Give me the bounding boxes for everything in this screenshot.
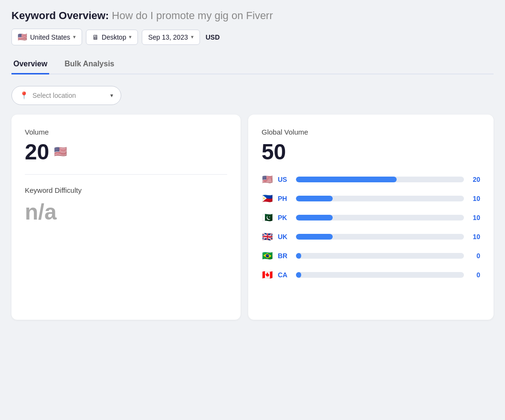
location-selector-btn[interactable]: 📍 Select location ▾ — [11, 86, 121, 105]
country-row: 🇬🇧 UK 10 — [262, 231, 480, 242]
country-flag-icon: 🇨🇦 — [262, 270, 273, 280]
card-divider — [25, 174, 227, 175]
bar-container — [296, 253, 464, 259]
chevron-down-icon: ▾ — [191, 34, 194, 40]
global-volume-value: 50 — [262, 141, 480, 163]
country-count: 10 — [469, 233, 480, 241]
location-filter-btn[interactable]: 🇺🇸 United States ▾ — [11, 29, 82, 45]
country-flag-icon: 🇵🇭 — [262, 193, 273, 204]
bar-container — [296, 234, 464, 240]
country-flag-icon: 🇬🇧 — [262, 231, 273, 242]
location-flag: 🇺🇸 — [18, 32, 27, 42]
tabs-container: Overview Bulk Analysis — [11, 55, 494, 74]
country-flag-icon: 🇺🇸 — [262, 174, 273, 185]
device-label: Desktop — [102, 33, 126, 41]
country-row: 🇺🇸 US 20 — [262, 174, 480, 185]
volume-value: 20 🇺🇸 — [25, 141, 227, 163]
date-filter-btn[interactable]: Sep 13, 2023 ▾ — [142, 30, 200, 45]
toolbar: 🇺🇸 United States ▾ 🖥 Desktop ▾ Sep 13, 2… — [11, 29, 494, 45]
tabs: Overview Bulk Analysis — [11, 55, 494, 74]
country-code: US — [278, 176, 291, 183]
country-row: 🇵🇰 PK 10 — [262, 212, 480, 223]
currency-label: USD — [204, 30, 222, 44]
bar-fill — [296, 215, 333, 220]
chevron-down-icon: ▾ — [110, 92, 113, 99]
volume-card: Volume 20 🇺🇸 Keyword Difficulty n/a — [11, 115, 241, 320]
title-light: How do I promote my gig on Fiverr — [112, 10, 273, 21]
country-code: UK — [278, 233, 291, 241]
tab-bulk-analysis[interactable]: Bulk Analysis — [63, 55, 116, 74]
global-volume-card: Global Volume 50 🇺🇸 US 20 🇵🇭 PH 10 🇵🇰 PK… — [248, 115, 494, 320]
difficulty-label: Keyword Difficulty — [25, 186, 227, 194]
country-count: 0 — [469, 252, 480, 260]
difficulty-value: n/a — [25, 199, 227, 225]
location-selector-container: 📍 Select location ▾ — [11, 86, 494, 105]
bar-container — [296, 177, 464, 182]
page-title: Keyword Overview: How do I promote my gi… — [11, 10, 494, 22]
device-filter-btn[interactable]: 🖥 Desktop ▾ — [86, 30, 138, 45]
bar-fill — [296, 196, 333, 201]
country-row: 🇧🇷 BR 0 — [262, 251, 480, 261]
global-volume-label: Global Volume — [262, 128, 480, 136]
volume-number: 20 — [25, 141, 49, 163]
country-row: 🇵🇭 PH 10 — [262, 193, 480, 204]
cards-row: Volume 20 🇺🇸 Keyword Difficulty n/a Glob… — [11, 115, 494, 320]
country-code: PK — [278, 214, 291, 221]
bar-container — [296, 272, 464, 278]
country-code: CA — [278, 271, 291, 279]
country-code: PH — [278, 195, 291, 202]
location-pin-icon: 📍 — [20, 91, 29, 100]
title-bold: Keyword Overview: — [11, 10, 109, 21]
bar-fill — [296, 234, 333, 240]
bar-container — [296, 196, 464, 201]
bar-container — [296, 215, 464, 220]
location-label: United States — [30, 33, 70, 41]
bar-fill — [296, 253, 301, 259]
country-flag-icon: 🇧🇷 — [262, 251, 273, 261]
bar-fill — [296, 177, 397, 182]
location-placeholder: Select location — [32, 92, 76, 99]
country-count: 10 — [469, 195, 480, 202]
bar-fill — [296, 272, 301, 278]
monitor-icon: 🖥 — [92, 33, 99, 41]
country-count: 0 — [469, 271, 480, 279]
country-count: 20 — [469, 176, 480, 183]
chevron-down-icon: ▾ — [129, 34, 132, 40]
volume-label: Volume — [25, 128, 227, 136]
country-row: 🇨🇦 CA 0 — [262, 270, 480, 280]
country-count: 10 — [469, 214, 480, 221]
chevron-down-icon: ▾ — [73, 34, 76, 40]
date-label: Sep 13, 2023 — [148, 33, 188, 41]
tab-overview[interactable]: Overview — [11, 55, 49, 74]
country-flag-icon: 🇵🇰 — [262, 212, 273, 223]
country-code: BR — [278, 252, 291, 260]
us-flag-icon: 🇺🇸 — [54, 147, 67, 157]
country-rows: 🇺🇸 US 20 🇵🇭 PH 10 🇵🇰 PK 10 🇬🇧 UK 10 🇧🇷 B… — [262, 174, 480, 280]
page-header: Keyword Overview: How do I promote my gi… — [11, 10, 494, 45]
